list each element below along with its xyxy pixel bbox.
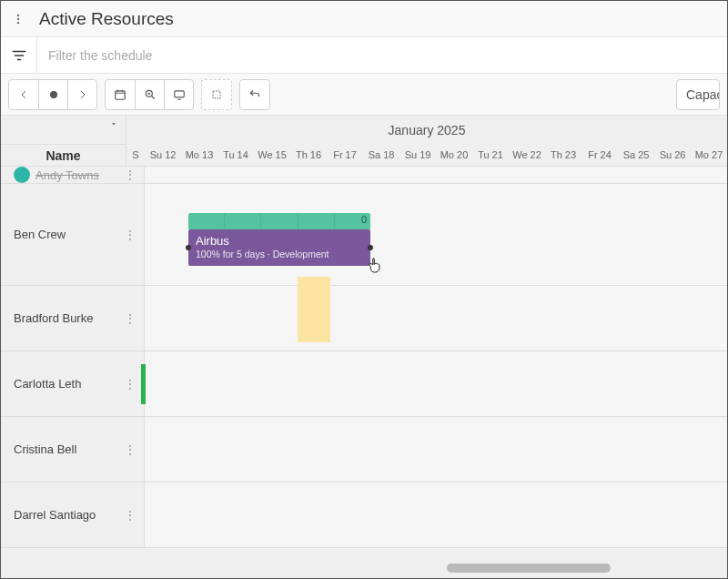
row-menu-icon[interactable]: ⋮ xyxy=(124,228,136,242)
nav-group xyxy=(8,79,97,110)
day-header[interactable]: S xyxy=(126,144,145,166)
resource-name: Ben Crew xyxy=(14,228,66,241)
day-header[interactable]: Mo 20 xyxy=(436,144,472,166)
task-subtitle: 100% for 5 days · Development xyxy=(196,249,363,259)
days-header: SSu 12Mo 13Tu 14We 15Th 16Fr 17Sa 18Su 1… xyxy=(126,144,727,167)
avatar xyxy=(14,167,30,183)
day-header[interactable]: Mo 27 xyxy=(691,144,727,166)
resource-name: Andy Towns xyxy=(35,168,99,182)
zoom-button[interactable] xyxy=(135,80,164,109)
day-header[interactable]: Su 26 xyxy=(654,144,691,166)
row-menu-icon[interactable]: ⋮ xyxy=(124,508,136,523)
task-block[interactable]: Airbus 100% for 5 days · Development xyxy=(188,229,370,266)
resource-name: Darrel Santiago xyxy=(14,508,96,522)
row-menu-icon[interactable]: ⋮ xyxy=(124,311,136,326)
svg-rect-4 xyxy=(116,90,126,98)
svg-rect-6 xyxy=(174,90,184,96)
day-header[interactable]: Th 23 xyxy=(545,144,581,166)
indicator-bar[interactable] xyxy=(141,364,146,404)
app-menu-icon[interactable] xyxy=(8,9,28,29)
day-header[interactable]: We 22 xyxy=(509,144,545,166)
row-menu-icon[interactable]: ⋮ xyxy=(124,442,136,457)
view-group xyxy=(105,79,194,110)
resource-name: Carlotta Leth xyxy=(14,377,81,391)
page-title: Active Resources xyxy=(39,9,174,29)
resource-name: Cristina Bell xyxy=(14,442,76,456)
day-header[interactable]: Mo 13 xyxy=(181,144,217,166)
svg-point-1 xyxy=(17,17,19,19)
row-menu-icon[interactable]: ⋮ xyxy=(124,377,136,391)
row-menu-icon[interactable]: ⋮ xyxy=(124,168,136,182)
svg-point-0 xyxy=(17,14,19,15)
calendar-button[interactable] xyxy=(106,80,135,109)
prev-button[interactable] xyxy=(9,80,38,109)
column-menu-icon[interactable] xyxy=(1,116,126,145)
svg-point-2 xyxy=(17,21,19,23)
capacity-label: Capacity xyxy=(686,87,720,102)
utilization-value: 0 xyxy=(361,214,367,225)
day-header[interactable]: Fr 24 xyxy=(581,144,618,166)
undo-button[interactable] xyxy=(239,79,270,110)
day-header[interactable]: Sa 18 xyxy=(363,144,399,166)
resize-handle-left[interactable] xyxy=(186,245,191,250)
select-button[interactable] xyxy=(201,79,232,110)
svg-rect-7 xyxy=(213,91,220,98)
task-title: Airbus xyxy=(196,234,363,249)
filter-input[interactable] xyxy=(37,37,727,73)
filter-button[interactable] xyxy=(1,37,37,73)
svg-point-3 xyxy=(50,91,57,98)
day-header[interactable]: Tu 21 xyxy=(472,144,509,166)
allocation-block[interactable] xyxy=(298,277,330,342)
month-label: January 2025 xyxy=(126,116,727,144)
day-header[interactable]: Su 19 xyxy=(399,144,436,166)
utilization-bar[interactable]: 0 xyxy=(188,213,370,229)
day-header[interactable]: Su 12 xyxy=(145,144,181,166)
resize-handle-right[interactable] xyxy=(368,245,373,250)
day-header[interactable]: Fr 17 xyxy=(327,144,363,166)
today-button[interactable] xyxy=(38,80,67,109)
day-header[interactable]: Tu 14 xyxy=(217,144,254,166)
next-button[interactable] xyxy=(67,80,96,109)
name-column-header[interactable]: Name xyxy=(1,145,126,167)
day-header[interactable]: Th 16 xyxy=(290,144,327,166)
fit-button[interactable] xyxy=(164,80,193,109)
scroll-thumb[interactable] xyxy=(447,564,611,573)
day-header[interactable]: We 15 xyxy=(254,144,290,166)
day-header[interactable]: Sa 25 xyxy=(618,144,654,166)
horizontal-scrollbar[interactable] xyxy=(147,564,725,573)
resource-name: Bradford Burke xyxy=(14,311,93,325)
capacity-button[interactable]: Capacity xyxy=(676,79,720,110)
